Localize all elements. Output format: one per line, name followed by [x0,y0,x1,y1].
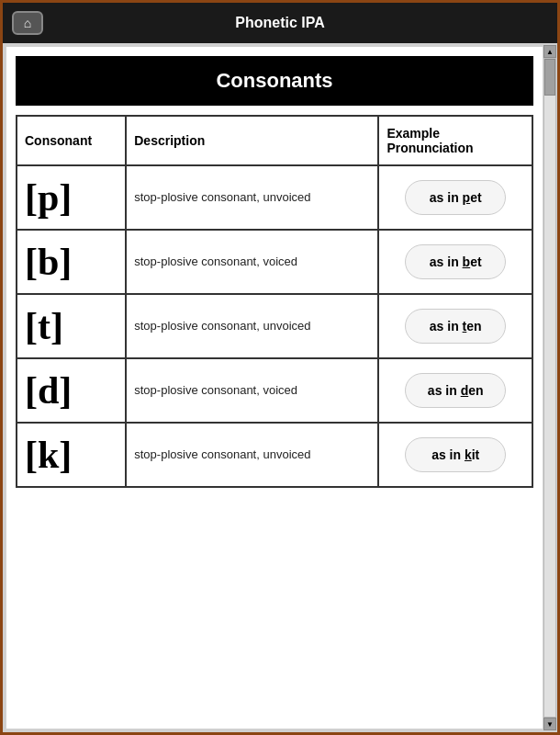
consonant-cell: [t] [17,294,126,358]
example-cell: as in kit [378,423,532,487]
section-header: Consonants [16,56,533,106]
example-button[interactable]: as in pet [405,180,506,215]
description-cell: stop-plosive consonant, unvoiced [126,165,378,230]
ipa-table: Consonant Description ExamplePronunciati… [16,115,533,488]
home-icon: ⌂ [24,16,31,30]
consonant-symbol: [p] [25,176,72,219]
consonant-symbol: [b] [25,241,72,283]
description-text: stop-plosive consonant, voiced [134,254,297,268]
table-row: [k]stop-plosive consonant, unvoicedas in… [17,423,532,487]
example-cell: as in pet [378,165,532,230]
consonant-symbol: [k] [25,434,72,476]
table-row: [b]stop-plosive consonant, voicedas in b… [17,230,532,294]
col-header-consonant: Consonant [17,116,126,165]
consonant-symbol: [t] [25,305,63,347]
content-area: Consonants Consonant Description Example… [3,43,557,732]
description-cell: stop-plosive consonant, unvoiced [126,423,378,487]
home-button[interactable]: ⌂ [12,11,43,35]
description-text: stop-plosive consonant, voiced [134,383,297,397]
app-frame: ⌂ Phonetic IPA Consonants Consonant Desc… [0,0,560,735]
col-header-description: Description [126,116,378,165]
consonant-symbol: [d] [25,369,72,412]
col-header-example: ExamplePronunciation [378,116,532,165]
title-bar: ⌂ Phonetic IPA [3,3,557,43]
description-text: stop-plosive consonant, unvoiced [134,319,310,333]
table-row: [t]stop-plosive consonant, unvoicedas in… [17,294,532,358]
scroll-down-arrow[interactable]: ▼ [543,718,556,730]
example-button[interactable]: as in ten [405,309,506,344]
example-cell: as in bet [378,230,532,294]
example-button[interactable]: as in kit [405,437,506,472]
example-button[interactable]: as in den [405,373,506,408]
consonant-cell: [k] [17,423,126,487]
example-cell: as in den [378,358,532,423]
table-row: [p]stop-plosive consonant, unvoicedas in… [17,165,532,230]
scroll-content: Consonants Consonant Description Example… [6,47,543,729]
description-cell: stop-plosive consonant, voiced [126,230,378,294]
scroll-thumb [544,59,555,96]
example-button[interactable]: as in bet [405,244,506,279]
table-row: [d]stop-plosive consonant, voicedas in d… [17,358,532,423]
description-text: stop-plosive consonant, unvoiced [134,190,310,204]
description-text: stop-plosive consonant, unvoiced [134,447,310,461]
consonant-cell: [b] [17,230,126,294]
table-header-row: Consonant Description ExamplePronunciati… [17,116,532,165]
consonant-cell: [d] [17,358,126,423]
description-cell: stop-plosive consonant, voiced [126,358,378,423]
app-title: Phonetic IPA [235,15,325,31]
scrollbar: ▲ ▼ [543,43,557,732]
description-cell: stop-plosive consonant, unvoiced [126,294,378,358]
scroll-track[interactable] [543,58,556,718]
consonant-cell: [p] [17,165,126,230]
scroll-up-arrow[interactable]: ▲ [543,45,556,58]
example-cell: as in ten [378,294,532,358]
